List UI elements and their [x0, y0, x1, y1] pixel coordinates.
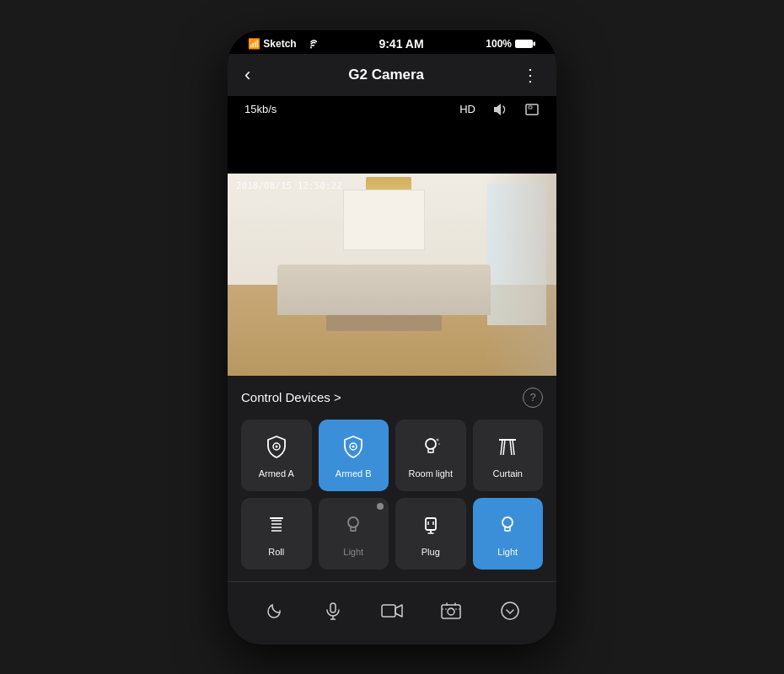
more-button[interactable]: ⋮: [522, 65, 540, 85]
svg-rect-35: [382, 605, 395, 617]
device-grid: Armed A Armed B: [241, 420, 543, 570]
room-scene: [228, 174, 556, 376]
svg-point-24: [348, 517, 358, 527]
back-button[interactable]: ‹: [244, 64, 250, 86]
mic-button[interactable]: [316, 594, 350, 628]
curtain-label: Curtain: [493, 468, 523, 479]
svg-rect-2: [534, 41, 536, 45]
svg-point-9: [352, 445, 355, 447]
svg-rect-32: [330, 603, 336, 612]
svg-rect-19: [270, 517, 283, 519]
fullscreen-icon[interactable]: [524, 103, 540, 116]
night-mode-button[interactable]: [257, 594, 291, 628]
svg-line-18: [513, 440, 514, 455]
room-light-label: Room light: [408, 468, 453, 479]
camera-feed: 2018/08/15 12:50:22: [228, 174, 556, 376]
help-button[interactable]: ?: [523, 388, 543, 408]
bottom-toolbar: [228, 581, 556, 645]
video-black-area: [228, 123, 556, 174]
curtain-icon: [492, 431, 523, 462]
svg-point-38: [502, 602, 518, 619]
svg-point-30: [502, 517, 513, 527]
sound-icon[interactable]: [492, 103, 507, 116]
device-roll[interactable]: Roll: [241, 498, 312, 570]
phone-frame: 📶 Sketch 9:41 AM 100% ‹ G2 Camera ⋮ 15k: [228, 30, 556, 645]
video-record-button[interactable]: [375, 594, 409, 628]
svg-rect-3: [516, 40, 532, 47]
nav-bar: ‹ G2 Camera ⋮: [228, 54, 556, 96]
svg-point-10: [426, 439, 436, 449]
plug-icon: [416, 510, 446, 540]
svg-line-17: [510, 440, 512, 455]
armed-b-label: Armed B: [336, 468, 372, 479]
device-light-3[interactable]: Light: [473, 498, 544, 570]
status-time: 9:41 AM: [379, 37, 423, 51]
device-armed-a[interactable]: Armed A: [241, 420, 312, 491]
armed-b-icon: [338, 431, 368, 462]
room-sofa: [277, 265, 491, 315]
device-armed-b[interactable]: Armed B: [319, 420, 389, 491]
light-2-badge: [377, 503, 384, 510]
device-plug[interactable]: Plug: [395, 498, 466, 570]
camera-timestamp: 2018/08/15 12:50:22: [236, 180, 342, 191]
controls-header: Control Devices > ?: [241, 388, 543, 408]
device-curtain[interactable]: Curtain: [473, 420, 544, 491]
status-right: 100%: [486, 38, 536, 50]
svg-point-7: [275, 445, 277, 447]
light-2-icon: [338, 510, 368, 540]
more-options-button[interactable]: [493, 594, 527, 628]
room-curtain: [484, 174, 556, 376]
svg-rect-5: [529, 106, 532, 109]
status-bar: 📶 Sketch 9:41 AM 100%: [228, 30, 556, 54]
svg-point-12: [436, 438, 438, 441]
svg-line-15: [501, 440, 502, 455]
device-light-2[interactable]: Light: [319, 498, 389, 570]
plug-label: Plug: [422, 547, 440, 558]
quality-label: HD: [459, 103, 475, 115]
armed-a-label: Armed A: [259, 468, 294, 479]
light-2-label: Light: [343, 547, 363, 558]
controls-section: Control Devices > ? Armed A: [228, 376, 556, 581]
photo-button[interactable]: [434, 594, 468, 628]
svg-point-0: [310, 46, 312, 48]
light-3-icon: [492, 510, 523, 540]
room-light-icon: [416, 431, 446, 462]
video-controls-bar: 15kb/s HD: [228, 96, 556, 123]
svg-rect-26: [426, 518, 436, 530]
roll-label: Roll: [268, 547, 284, 558]
svg-line-16: [503, 440, 505, 455]
bitrate-label: 15kb/s: [244, 103, 277, 115]
svg-point-13: [438, 443, 440, 445]
device-room-light[interactable]: Room light: [395, 420, 466, 491]
battery-icon: [515, 39, 536, 49]
page-title: G2 Camera: [348, 67, 424, 83]
armed-a-icon: [261, 431, 292, 462]
controls-title[interactable]: Control Devices >: [241, 390, 341, 404]
roll-icon: [261, 510, 292, 540]
light-3-label: Light: [497, 547, 518, 558]
room-table: [326, 315, 442, 331]
room-artwork: [343, 190, 426, 250]
svg-rect-36: [442, 605, 460, 618]
carrier-text: 📶 Sketch: [248, 38, 317, 50]
